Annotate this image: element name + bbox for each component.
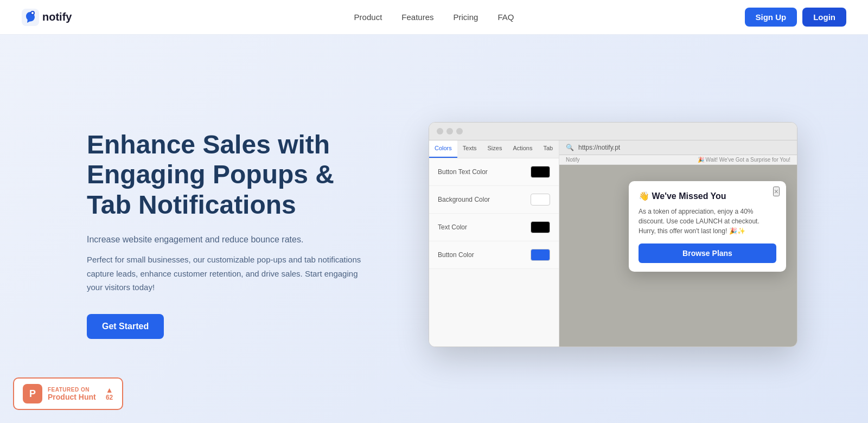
browse-plans-button[interactable]: Browse Plans: [639, 243, 776, 263]
editor-tab-tab[interactable]: Tab: [538, 140, 558, 158]
dot-red: [437, 128, 443, 134]
product-hunt-icon: P: [23, 384, 42, 403]
nav-links: Product Features Pricing FAQ: [354, 12, 514, 22]
color-label-background: Background Color: [438, 196, 490, 203]
nav-features[interactable]: Features: [401, 12, 433, 22]
product-hunt-badge[interactable]: P FEATURED ON Product Hunt ▲ 62: [13, 377, 123, 410]
url-text: https://notify.pt: [578, 144, 620, 151]
color-swatch-text[interactable]: [531, 221, 550, 233]
hero-subtitle: Increase website engagement and reduce b…: [87, 233, 369, 247]
browser-mockup: Colors Texts Sizes Actions Tab ⚙ Button …: [429, 122, 797, 347]
preview-panel: 🔍 https://notify.pt Notify 🎉 Wait! We've…: [559, 140, 797, 347]
url-bar: 🔍 https://notify.pt: [559, 140, 797, 155]
hero-right: Colors Texts Sizes Actions Tab ⚙ Button …: [369, 122, 825, 347]
browser-chrome: [429, 123, 797, 140]
get-started-button[interactable]: Get Started: [87, 314, 164, 339]
ph-arrow-icon: ▲: [106, 386, 113, 394]
color-row-button-text: Button Text Color: [429, 158, 559, 186]
hero-description: Perfect for small businesses, our custom…: [87, 253, 369, 294]
preview-content: × 👋 We've Missed You As a token of appre…: [559, 165, 797, 347]
color-swatch-button[interactable]: [531, 249, 550, 261]
editor-panel: Colors Texts Sizes Actions Tab ⚙ Button …: [429, 140, 559, 347]
ph-votes: ▲ 62: [106, 386, 113, 401]
ph-name-label: Product Hunt: [48, 393, 96, 401]
signup-button[interactable]: Sign Up: [745, 8, 797, 27]
hero-left: Enhance Sales with Engaging Popups & Tab…: [87, 130, 369, 339]
dot-yellow: [446, 128, 453, 134]
nav-product[interactable]: Product: [354, 12, 382, 22]
notif-tab-label: 🎉 Wait! We've Got a Surprise for You!: [698, 157, 790, 163]
product-hunt-text: FEATURED ON Product Hunt: [48, 387, 96, 401]
ph-vote-count: 62: [106, 394, 113, 401]
dot-green: [456, 128, 463, 134]
svg-point-2: [31, 12, 34, 14]
nav-actions: Sign Up Login: [745, 8, 847, 27]
editor-tab-texts[interactable]: Texts: [457, 140, 482, 158]
editor-tab-colors[interactable]: Colors: [429, 140, 457, 158]
color-label-button: Button Color: [438, 251, 474, 259]
color-row-button: Button Color: [429, 241, 559, 269]
hero-title: Enhance Sales with Engaging Popups & Tab…: [87, 130, 369, 220]
ph-featured-label: FEATURED ON: [48, 387, 96, 393]
color-swatch-background[interactable]: [531, 194, 550, 206]
color-row-text: Text Color: [429, 214, 559, 241]
color-row-background: Background Color: [429, 186, 559, 214]
login-button[interactable]: Login: [802, 8, 846, 27]
popup-title: 👋 We've Missed You: [639, 191, 776, 201]
editor-tab-sizes[interactable]: Sizes: [482, 140, 507, 158]
navbar: notify Product Features Pricing FAQ Sign…: [0, 0, 868, 35]
color-label-button-text: Button Text Color: [438, 168, 488, 176]
popup-card: × 👋 We've Missed You As a token of appre…: [629, 181, 786, 272]
logo[interactable]: notify: [22, 9, 72, 26]
editor-tab-actions[interactable]: Actions: [507, 140, 538, 158]
popup-body: As a token of appreciation, enjoy a 40% …: [639, 207, 776, 236]
browser-body: Colors Texts Sizes Actions Tab ⚙ Button …: [429, 140, 797, 347]
editor-tabs: Colors Texts Sizes Actions Tab ⚙: [429, 140, 559, 158]
color-label-text: Text Color: [438, 223, 467, 231]
hero-section: Enhance Sales with Engaging Popups & Tab…: [0, 35, 868, 423]
nav-pricing[interactable]: Pricing: [454, 12, 478, 22]
color-swatch-button-text[interactable]: [531, 166, 550, 178]
logo-text: notify: [42, 11, 72, 23]
browser-dots: [437, 128, 463, 134]
notify-tab-label: Notify: [566, 157, 580, 163]
nav-faq[interactable]: FAQ: [497, 12, 514, 22]
popup-close-button[interactable]: ×: [773, 187, 780, 196]
search-icon: 🔍: [566, 144, 574, 151]
notif-bar: Notify 🎉 Wait! We've Got a Surprise for …: [559, 155, 797, 165]
